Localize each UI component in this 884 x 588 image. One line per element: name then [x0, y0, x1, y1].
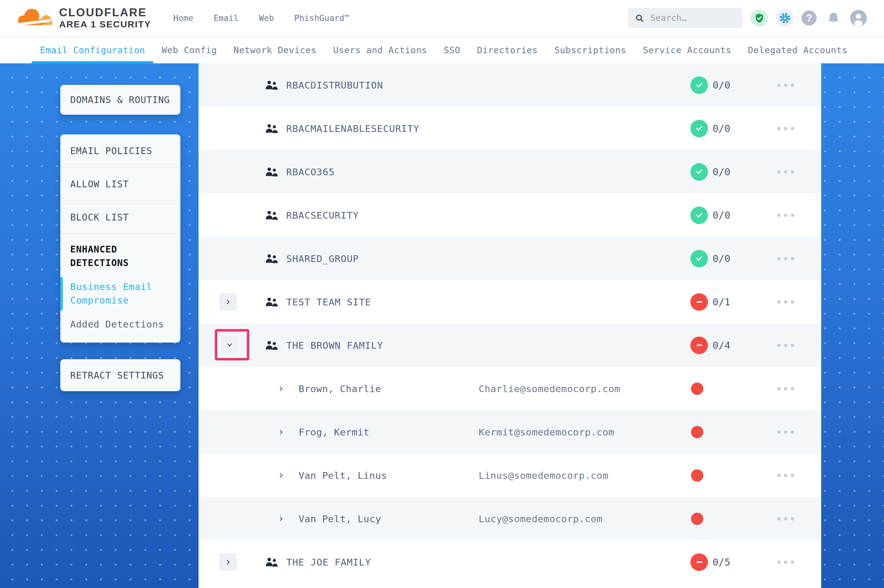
row-actions-button[interactable] [777, 127, 794, 130]
sidebar-card-policies: EMAIL POLICIESALLOW LISTBLOCK LIST ENHAN… [60, 134, 180, 343]
member-chevron-right-icon[interactable] [278, 516, 284, 522]
status-check-icon [690, 163, 708, 180]
table-row-the-brown-family: THE BROWN FAMILY0/4 [198, 324, 821, 367]
table-row-rbacsecurity: RBACSECURITY0/0 [198, 194, 821, 237]
member-name: Brown, Charlie [299, 383, 381, 394]
retract-settings-label: RETRACT SETTINGS [70, 370, 164, 381]
table-row-van-pelt-linus: Van Pelt, LinusLinus@somedemocorp.com [198, 454, 821, 497]
member-chevron-right-icon[interactable] [278, 429, 284, 435]
group-count: 0/0 [713, 253, 731, 264]
nav-item-home[interactable]: Home [173, 13, 193, 23]
row-actions-button[interactable] [777, 387, 794, 390]
group-name: RBACMAILENABLESECURITY [286, 123, 419, 134]
status-check-icon [690, 206, 708, 224]
tab-subscriptions[interactable]: Subscriptions [546, 37, 634, 63]
group-count: 0/0 [713, 166, 731, 178]
top-header: CLOUDFLARE AREA 1 SECURITY HomeEmailWebP… [0, 0, 884, 37]
tab-service-accounts[interactable]: Service Accounts [635, 37, 740, 63]
group-people-icon [265, 556, 278, 568]
search-input[interactable] [650, 13, 735, 23]
group-count: 0/0 [713, 209, 731, 221]
tab-email-configuration[interactable]: Email Configuration [32, 37, 153, 63]
sidebar-card-domains-routing[interactable]: DOMAINS & ROUTING [60, 85, 180, 115]
header-right-cluster: ? [628, 8, 884, 28]
member-chevron-right-icon[interactable] [278, 386, 284, 392]
table-row-rbaco365: RBACO3650/0 [198, 150, 821, 194]
member-chevron-right-icon[interactable] [278, 472, 284, 478]
status-check-icon [690, 76, 708, 94]
search-icon [635, 14, 644, 23]
group-people-icon [265, 252, 278, 265]
member-name: Frog, Kermit [299, 426, 369, 438]
row-actions-button[interactable] [777, 83, 794, 87]
member-name: Van Pelt, Lucy [299, 513, 381, 524]
row-actions-button[interactable] [777, 560, 794, 564]
tab-web-config[interactable]: Web Config [153, 37, 225, 63]
nav-item-email[interactable]: Email [213, 13, 239, 23]
nav-item-web[interactable]: Web [259, 13, 274, 23]
account-person-icon[interactable] [850, 10, 867, 27]
row-actions-button[interactable] [777, 300, 794, 303]
group-people-icon [265, 166, 278, 178]
shield-check-icon[interactable] [750, 9, 768, 27]
status-check-icon [690, 120, 708, 137]
table-row-brown-charlie: Brown, CharlieCharlie@somedemocorp.com [198, 367, 821, 410]
content-area: DOMAINS & ROUTING EMAIL POLICIESALLOW LI… [0, 63, 884, 588]
chevron-right-icon [225, 559, 232, 566]
sidebar-card-retract-settings[interactable]: RETRACT SETTINGS [60, 359, 180, 391]
group-name: RBACSECURITY [286, 210, 359, 221]
notifications-bell-icon[interactable] [825, 9, 842, 27]
table-row-frog-kermit: Frog, KermitKermit@somedemocorp.com [198, 410, 821, 454]
member-email: Linus@somedemocorp.com [479, 470, 609, 481]
brand-name: CLOUDFLARE [59, 6, 151, 19]
status-minus-icon [690, 336, 708, 354]
group-count: 0/1 [713, 296, 731, 308]
status-dot-icon [691, 382, 703, 395]
row-actions-button[interactable] [777, 170, 794, 174]
help-icon[interactable]: ? [801, 10, 816, 26]
tab-users-and-actions[interactable]: Users and Actions [325, 37, 435, 63]
status-minus-icon [690, 553, 708, 571]
group-count: 0/0 [713, 123, 731, 134]
tab-directories[interactable]: Directories [469, 37, 546, 63]
sidebar-item-allow-list[interactable]: ALLOW LIST [60, 168, 180, 200]
status-dot-icon [691, 513, 703, 525]
row-actions-button[interactable] [777, 430, 794, 434]
group-name: RBACDISTRUBUTION [286, 80, 383, 91]
group-count: 0/4 [713, 339, 731, 351]
sidebar-item-block-list[interactable]: BLOCK LIST [60, 201, 180, 233]
config-tabbar: Email ConfigurationWeb ConfigNetwork Dev… [0, 37, 884, 63]
nav-item-phishguard[interactable]: PhishGuard™ [294, 13, 349, 23]
tab-sso[interactable]: SSO [436, 37, 469, 63]
row-actions-button[interactable] [777, 257, 794, 260]
tab-network-devices[interactable]: Network Devices [225, 37, 325, 63]
app-window: CLOUDFLARE AREA 1 SECURITY HomeEmailWebP… [0, 0, 884, 588]
row-actions-button[interactable] [777, 344, 794, 347]
tab-delegated-accounts[interactable]: Delegated Accounts [740, 37, 856, 63]
group-count: 0/0 [713, 80, 731, 91]
row-actions-button[interactable] [777, 517, 794, 520]
sidebar-item-added-detections[interactable]: Added Detections [60, 310, 180, 332]
row-actions-button[interactable] [777, 474, 794, 477]
expand-group-button[interactable] [219, 293, 237, 310]
cloudflare-logo[interactable]: CLOUDFLARE AREA 1 SECURITY [0, 6, 151, 30]
row-actions-button[interactable] [777, 213, 794, 217]
group-people-icon [265, 122, 278, 135]
status-dot-icon [691, 426, 703, 438]
settings-gear-icon[interactable] [776, 9, 794, 27]
group-name: RBACO365 [286, 166, 335, 177]
expand-group-button[interactable] [219, 553, 237, 571]
brand-wordmark: CLOUDFLARE AREA 1 SECURITY [59, 6, 151, 30]
table-row-test-team-site: TEST TEAM SITE0/1 [198, 280, 821, 324]
table-row-rbacmailenablesecurity: RBACMAILENABLESECURITY0/0 [198, 107, 821, 150]
sidebar-item-email-policies[interactable]: EMAIL POLICIES [60, 134, 180, 167]
business-email-compromise-label: Business Email Compromise [70, 281, 152, 306]
main-nav: HomeEmailWebPhishGuard™ [173, 13, 349, 23]
sidebar-item-business-email-compromise[interactable]: Business Email Compromise [60, 278, 180, 310]
search-box[interactable] [628, 8, 743, 28]
table-row-the-joe-family: THE JOE FAMILY0/5 [198, 540, 821, 584]
collapse-group-button[interactable] [221, 336, 238, 353]
group-people-icon [265, 209, 278, 221]
member-email: Kermit@somedemocorp.com [479, 426, 614, 438]
member-email: Lucy@somedemocorp.com [479, 513, 602, 524]
